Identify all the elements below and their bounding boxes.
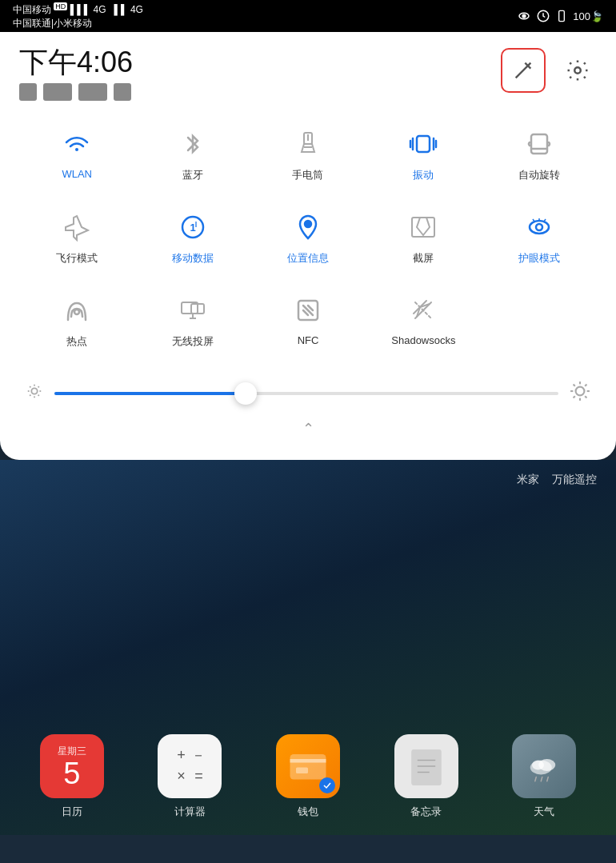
- carrier2-label: 中国联通|小米移动: [13, 17, 143, 30]
- slider-fill: [54, 392, 246, 395]
- svg-rect-15: [531, 134, 547, 154]
- toggle-location[interactable]: 位置信息: [250, 200, 366, 277]
- toggle-eyecare[interactable]: 护眼模式: [482, 200, 597, 277]
- toggle-airplane[interactable]: 飞行模式: [19, 200, 134, 277]
- brightness-row: [19, 366, 597, 412]
- toggle-bluetooth[interactable]: 蓝牙: [134, 117, 250, 194]
- calendar-label: 日历: [62, 805, 82, 819]
- calculator-icon: + － × =: [158, 734, 222, 798]
- dock-item-wallet[interactable]: 钱包: [252, 734, 364, 819]
- shortcut-mijia[interactable]: 米家: [517, 473, 539, 487]
- settings-button[interactable]: [558, 51, 597, 90]
- svg-point-63: [532, 761, 544, 770]
- toggle-shadowsocks[interactable]: Shadowsocks: [366, 283, 481, 360]
- svg-line-42: [30, 395, 30, 396]
- eyecare-icon: [523, 211, 555, 243]
- brightness-low-icon: [26, 382, 43, 404]
- screenshot-icon: [407, 211, 439, 243]
- dot1: [19, 83, 37, 101]
- toggles-row2: 飞行模式 1 l 移动数据 位置信息: [19, 200, 597, 277]
- wlan-icon: [61, 128, 93, 160]
- calendar-icon: 星期三 5: [40, 734, 104, 798]
- svg-line-41: [38, 395, 39, 396]
- eye-icon: [517, 9, 531, 23]
- wallet-badge: [319, 777, 335, 793]
- time-section: 下午4:06: [19, 48, 133, 101]
- svg-line-22: [426, 218, 430, 227]
- weather-label: 天气: [534, 805, 554, 819]
- header-icons: [501, 48, 597, 93]
- pencil-icon: [512, 59, 534, 82]
- carrier-info: 中国移动 HD ▌▌▌ 4G ▌▌ 4G 中国联通|小米移动: [13, 2, 143, 30]
- calendar-day-num: 5: [58, 758, 86, 789]
- svg-point-44: [576, 387, 585, 396]
- svg-rect-3: [559, 10, 565, 21]
- svg-line-50: [585, 396, 586, 398]
- svg-point-1: [522, 14, 526, 18]
- shadowsocks-label: Shadowsocks: [391, 334, 455, 346]
- brightness-high-icon: [570, 381, 590, 406]
- brightness-slider[interactable]: [54, 392, 558, 395]
- status-icons: 100🍃: [517, 9, 603, 23]
- svg-point-23: [530, 221, 549, 234]
- vibrate-icon: [407, 128, 439, 160]
- date-dots: [19, 83, 133, 101]
- dock: 星期三 5 日历 + － × = 计算器: [0, 721, 616, 835]
- flashlight-label: 手电筒: [292, 168, 323, 182]
- dock-item-weather[interactable]: 天气: [488, 734, 600, 819]
- toggle-vibrate[interactable]: 振动: [366, 117, 481, 194]
- flashlight-icon: [292, 128, 324, 160]
- collapse-arrow-icon[interactable]: ⌃: [302, 420, 314, 437]
- dock-item-calendar[interactable]: 星期三 5 日历: [16, 734, 128, 819]
- toggle-empty: [482, 283, 597, 360]
- toggle-screencast[interactable]: 无线投屏: [134, 283, 250, 360]
- notification-panel: 下午4:06: [0, 32, 616, 460]
- wallet-icon: [276, 734, 340, 798]
- dot2: [43, 83, 72, 101]
- calendar-day-name: 星期三: [58, 745, 86, 758]
- dot3: [78, 83, 107, 101]
- toggle-screenshot[interactable]: 截屏: [366, 200, 481, 277]
- svg-point-35: [31, 388, 37, 394]
- toggles-row3: 热点 无线投屏: [19, 283, 597, 360]
- weather-icon: [512, 734, 576, 798]
- toggle-nfc[interactable]: NFC: [250, 283, 366, 360]
- svg-rect-53: [290, 754, 326, 780]
- mobiledata-label: 移动数据: [172, 251, 214, 266]
- slider-thumb[interactable]: [234, 382, 257, 405]
- eyecare-label: 护眼模式: [518, 251, 560, 266]
- dock-item-calculator[interactable]: + － × = 计算器: [134, 734, 246, 819]
- mobiledata-icon: 1 l: [177, 211, 209, 243]
- shortcut-remote[interactable]: 万能遥控: [552, 473, 597, 487]
- collapse-row[interactable]: ⌃: [19, 412, 597, 441]
- dock-item-notes[interactable]: 备忘录: [370, 734, 482, 819]
- svg-line-49: [574, 385, 575, 386]
- edit-button[interactable]: [501, 48, 546, 93]
- svg-line-43: [38, 386, 39, 387]
- carrier1-label: 中国移动 HD ▌▌▌ 4G ▌▌ 4G: [13, 2, 143, 17]
- toggle-mobiledata[interactable]: 1 l 移动数据: [134, 200, 250, 277]
- hotspot-icon: [61, 294, 93, 326]
- dot4: [114, 83, 131, 101]
- shortcut-bar: 米家 万能遥控: [0, 460, 616, 487]
- notes-label: 备忘录: [410, 805, 442, 819]
- svg-point-6: [574, 67, 581, 74]
- hotspot-label: 热点: [66, 334, 87, 349]
- notes-icon: [394, 734, 458, 798]
- svg-line-51: [574, 396, 575, 398]
- toggle-autorotate[interactable]: 自动旋转: [482, 117, 597, 194]
- svg-line-65: [541, 777, 542, 781]
- toggle-wlan[interactable]: WLAN: [19, 117, 134, 194]
- nfc-icon: [292, 294, 324, 326]
- svg-line-52: [585, 385, 586, 386]
- wlan-label: WLAN: [62, 168, 92, 180]
- toggle-hotspot[interactable]: 热点: [19, 283, 134, 360]
- svg-line-21: [417, 218, 420, 227]
- svg-line-64: [535, 777, 537, 781]
- autorotate-label: 自动旋转: [518, 168, 560, 182]
- svg-rect-57: [411, 749, 442, 785]
- toggle-flashlight[interactable]: 手电筒: [250, 117, 366, 194]
- toggles-row1: WLAN 蓝牙 手电筒: [19, 117, 597, 194]
- clock-icon: [536, 9, 550, 23]
- bluetooth-icon: [177, 128, 209, 160]
